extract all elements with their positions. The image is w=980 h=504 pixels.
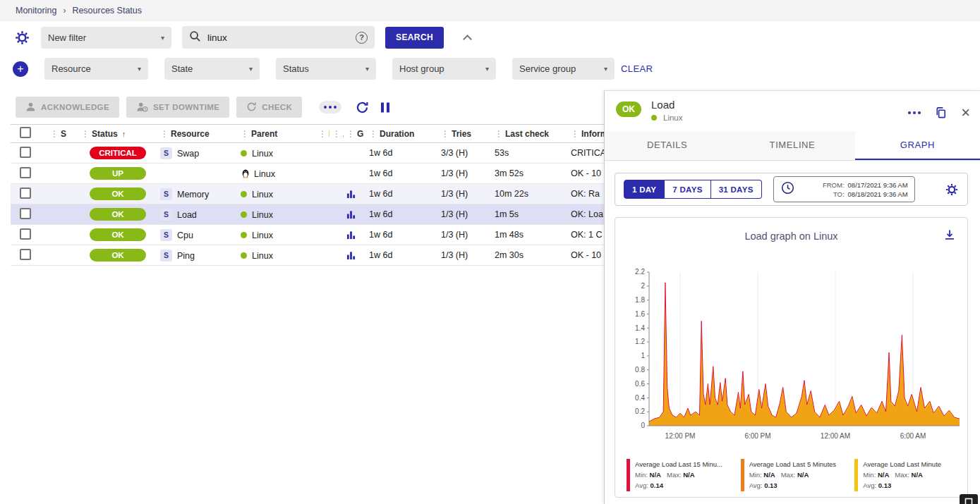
column-drag-handle-icon[interactable]: ⋮	[346, 129, 355, 139]
service-group-filter-select[interactable]: Service group ▾	[512, 58, 615, 80]
range-1-day-button[interactable]: 1 DAY	[624, 180, 665, 199]
add-criteria-button[interactable]: +	[13, 61, 28, 77]
fullscreen-icon[interactable]	[960, 494, 978, 504]
column-header-resource[interactable]: Resource	[171, 129, 210, 139]
tab-graph[interactable]: GRAPH	[855, 131, 980, 160]
tab-timeline[interactable]: TIMELINE	[730, 131, 854, 160]
clear-filters-link[interactable]: CLEAR	[621, 63, 653, 74]
graph-cell	[344, 164, 366, 184]
column-header-status[interactable]: Status	[92, 129, 118, 139]
acknowledge-button[interactable]: ACKNOWLEDGE	[16, 97, 119, 118]
parent-name[interactable]: Linux	[252, 250, 273, 260]
resource-name[interactable]: Ping	[177, 250, 195, 260]
legend-item-load1[interactable]: Average Load Last Minute Min: N/AMax: N/…	[854, 459, 962, 491]
column-header-action[interactable]: A	[343, 129, 344, 139]
saved-filter-value: New filter	[48, 32, 86, 43]
legend-item-load15[interactable]: Average Load Last 15 Minu... Min: N/AMax…	[627, 459, 734, 491]
column-header-tries[interactable]: Tries	[452, 129, 471, 139]
resource-cell: SPing	[157, 245, 238, 266]
graph-icon[interactable]	[346, 189, 356, 199]
table-row[interactable]: CRITICALSSwapLinux1w 6d3/3 (H)53sCRITICA…	[11, 143, 656, 164]
resource-name[interactable]: Cpu	[177, 230, 193, 240]
set-downtime-button[interactable]: SET DOWNTIME	[126, 97, 229, 118]
column-drag-handle-icon[interactable]: ⋮	[332, 129, 341, 139]
panel-more-actions-icon[interactable]	[908, 111, 921, 114]
column-drag-handle-icon[interactable]: ⋮	[441, 129, 449, 139]
saved-filter-select[interactable]: New filter ▾	[41, 27, 171, 49]
column-header-last-check[interactable]: Last check	[505, 129, 549, 139]
column-drag-handle-icon[interactable]: ⋮	[318, 129, 327, 139]
column-drag-handle-icon[interactable]: ⋮	[50, 129, 59, 139]
row-checkbox[interactable]	[20, 208, 31, 219]
collapse-filters-chevron-icon[interactable]	[463, 35, 472, 44]
export-graph-icon[interactable]	[943, 228, 956, 243]
host-group-filter-label: Host group	[399, 63, 444, 74]
resource-filter-select[interactable]: Resource ▾	[44, 58, 148, 80]
resource-name[interactable]: Memory	[177, 189, 209, 199]
column-header-severity[interactable]: S	[61, 129, 66, 139]
column-drag-handle-icon[interactable]: ⋮	[160, 129, 169, 139]
refresh-icon[interactable]	[356, 101, 369, 114]
tab-details[interactable]: DETAILS	[605, 131, 730, 160]
from-value: 08/17/2021 9:36 AM	[848, 181, 908, 189]
range-7-days-button[interactable]: 7 DAYS	[665, 180, 710, 199]
legend-item-load5[interactable]: Average Load Last 5 Minutes Min: N/AMax:…	[741, 459, 848, 491]
column-drag-handle-icon[interactable]: ⋮	[571, 129, 579, 139]
parent-name[interactable]: Linux	[252, 230, 273, 240]
last-check-cell: 1m 5s	[492, 204, 568, 225]
row-checkbox[interactable]	[20, 147, 31, 158]
table-row[interactable]: OKSCpuLinux1w 6d1/3 (H)1m 48sOK: 1 C	[11, 225, 656, 245]
search-button[interactable]: SEARCH	[385, 27, 444, 49]
column-drag-handle-icon[interactable]: ⋮	[369, 129, 377, 139]
panel-header: OK Load Linux ×	[605, 91, 980, 131]
copy-link-icon[interactable]	[934, 106, 948, 120]
column-header-graph[interactable]: G	[357, 129, 363, 139]
state-filter-select[interactable]: State ▾	[164, 58, 260, 80]
host-group-filter-select[interactable]: Host group ▾	[392, 58, 496, 80]
search-help-icon[interactable]: ?	[356, 32, 368, 44]
breadcrumb-resources-status[interactable]: Resources Status	[72, 6, 142, 16]
graph-icon[interactable]	[346, 209, 356, 219]
parent-name[interactable]: Linux	[252, 189, 273, 199]
table-row[interactable]: UPLinux1w 6d1/3 (H)3m 52sOK - 10	[11, 164, 656, 184]
load-graph-chart[interactable]: 00.20.40.60.811.21.41.61.822.212:00 PM6:…	[622, 266, 965, 444]
search-box[interactable]: ?	[182, 26, 375, 49]
table-row[interactable]: OKSLoadLinux1w 6d1/3 (H)1m 5sOK: Loa	[11, 204, 656, 225]
parent-name[interactable]: Linux	[254, 168, 275, 178]
table-body: CRITICALSSwapLinux1w 6d3/3 (H)53sCRITICA…	[11, 143, 656, 266]
status-filter-select[interactable]: Status ▾	[276, 58, 376, 80]
graph-icon[interactable]	[346, 250, 356, 260]
column-drag-handle-icon[interactable]: ⋮	[241, 129, 249, 139]
graph-settings-gear-icon[interactable]	[945, 183, 959, 197]
column-drag-handle-icon[interactable]: ⋮	[495, 129, 503, 139]
close-panel-icon[interactable]: ×	[961, 105, 970, 121]
row-checkbox[interactable]	[20, 188, 31, 199]
search-input[interactable]	[207, 32, 349, 43]
resource-cell: SLoad	[157, 204, 238, 225]
column-header-duration[interactable]: Duration	[380, 129, 414, 139]
graph-icon[interactable]	[346, 230, 356, 240]
person-icon	[25, 102, 36, 113]
breadcrumb-monitoring[interactable]: Monitoring	[16, 6, 56, 16]
table-row[interactable]: OKSPingLinux1w 6d1/3 (H)2m 30sOK - 10	[11, 245, 656, 266]
row-checkbox[interactable]	[20, 167, 31, 178]
check-button[interactable]: CHECK	[236, 97, 302, 118]
parent-name[interactable]: Linux	[252, 209, 273, 219]
pause-icon[interactable]	[380, 102, 390, 113]
range-31-days-button[interactable]: 31 DAYS	[711, 180, 762, 199]
select-all-checkbox[interactable]	[20, 127, 31, 138]
tries-cell: 1/3 (H)	[438, 164, 492, 184]
column-header-notes[interactable]: N	[329, 129, 329, 139]
resource-name[interactable]: Swap	[177, 148, 199, 158]
table-row[interactable]: OKSMemoryLinux1w 6d1/3 (H)10m 22sOK: Ra	[11, 184, 656, 204]
column-drag-handle-icon[interactable]: ⋮	[81, 129, 90, 139]
custom-range-picker[interactable]: FROM:08/17/2021 9:36 AM TO:08/18/2021 9:…	[773, 176, 915, 202]
column-header-parent[interactable]: Parent	[251, 129, 277, 139]
parent-name[interactable]: Linux	[252, 148, 273, 158]
filter-settings-gear-icon[interactable]	[14, 30, 30, 46]
row-checkbox[interactable]	[20, 228, 31, 240]
more-actions-button[interactable]	[319, 101, 341, 113]
row-checkbox[interactable]	[20, 249, 31, 260]
resource-name[interactable]: Load	[177, 209, 197, 219]
status-pill: UP	[90, 167, 146, 180]
